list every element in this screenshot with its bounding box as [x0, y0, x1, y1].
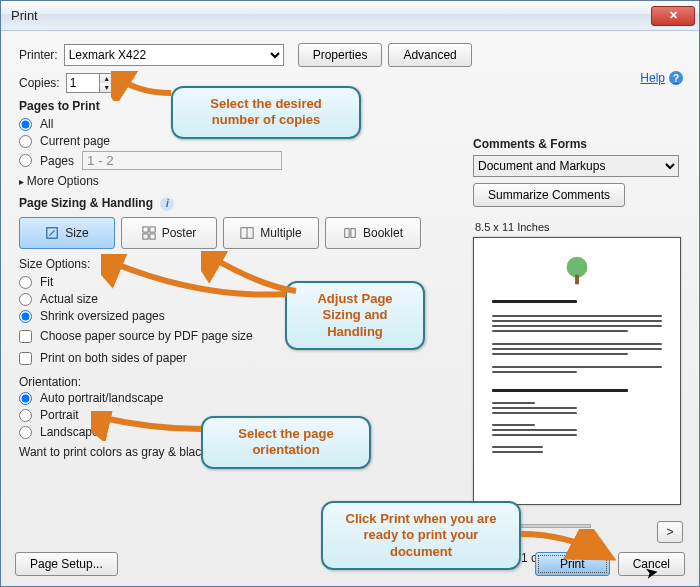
svg-rect-1: [143, 227, 148, 232]
preview-dimensions: 8.5 x 11 Inches: [475, 221, 683, 233]
printer-label: Printer:: [19, 48, 58, 62]
multiple-icon: [240, 226, 254, 240]
help-icon: ?: [669, 71, 683, 85]
properties-button[interactable]: Properties: [298, 43, 383, 67]
size-icon: [45, 226, 59, 240]
radio-fit[interactable]: [19, 276, 32, 289]
tab-size[interactable]: Size: [19, 217, 115, 249]
tab-multiple[interactable]: Multiple: [223, 217, 319, 249]
help-link[interactable]: Help ?: [640, 71, 683, 85]
callout-copies: Select the desired number of copies: [171, 86, 361, 139]
check-paper-source[interactable]: [19, 330, 32, 343]
svg-point-7: [567, 257, 588, 278]
print-preview: [473, 237, 681, 505]
printer-select[interactable]: Lexmark X422: [64, 44, 284, 66]
booklet-icon: [343, 226, 357, 240]
radio-actual[interactable]: [19, 293, 32, 306]
callout-print: Click Print when you are ready to print …: [321, 501, 521, 570]
preview-image-icon: [558, 252, 596, 290]
radio-shrink-label: Shrink oversized pages: [40, 309, 165, 323]
radio-fit-label: Fit: [40, 275, 53, 289]
tab-poster[interactable]: Poster: [121, 217, 217, 249]
window-title: Print: [11, 8, 651, 23]
close-icon: ✕: [669, 9, 678, 22]
radio-landscape-label: Landscape: [40, 425, 99, 439]
radio-portrait[interactable]: [19, 409, 32, 422]
check-paper-source-label: Choose paper source by PDF page size: [40, 329, 253, 343]
copies-input[interactable]: [66, 73, 100, 93]
gray-question: Want to print colors as gray & black?: [19, 445, 214, 459]
radio-portrait-label: Portrait: [40, 408, 79, 422]
info-icon[interactable]: i: [160, 197, 174, 211]
advanced-button[interactable]: Advanced: [388, 43, 471, 67]
radio-auto-orient[interactable]: [19, 392, 32, 405]
radio-current-label: Current page: [40, 134, 110, 148]
copies-label: Copies:: [19, 76, 60, 90]
radio-pages[interactable]: [19, 154, 32, 167]
spin-up-icon[interactable]: ▲: [100, 74, 114, 83]
svg-rect-4: [150, 234, 155, 239]
page-setup-button[interactable]: Page Setup...: [15, 552, 118, 576]
callout-sizing: Adjust Page Sizing and Handling: [285, 281, 425, 350]
svg-rect-2: [150, 227, 155, 232]
summarize-button[interactable]: Summarize Comments: [473, 183, 625, 207]
radio-auto-orient-label: Auto portrait/landscape: [40, 391, 163, 405]
radio-all[interactable]: [19, 118, 32, 131]
callout-orientation: Select the page orientation: [201, 416, 371, 469]
comments-select[interactable]: Document and Markups: [473, 155, 679, 177]
print-button[interactable]: Print: [535, 552, 610, 576]
radio-all-label: All: [40, 117, 53, 131]
pages-range-input: [82, 151, 282, 170]
radio-landscape[interactable]: [19, 426, 32, 439]
radio-actual-label: Actual size: [40, 292, 98, 306]
check-both-sides-label: Print on both sides of paper: [40, 351, 187, 365]
radio-shrink[interactable]: [19, 310, 32, 323]
copies-spinner[interactable]: ▲ ▼: [66, 73, 115, 93]
poster-icon: [142, 226, 156, 240]
help-label: Help: [640, 71, 665, 85]
comments-heading: Comments & Forms: [473, 137, 683, 151]
close-button[interactable]: ✕: [651, 6, 695, 26]
spin-down-icon[interactable]: ▼: [100, 83, 114, 92]
radio-pages-label: Pages: [40, 154, 74, 168]
svg-rect-3: [143, 234, 148, 239]
radio-current[interactable]: [19, 135, 32, 148]
preview-next-button[interactable]: >: [657, 521, 683, 543]
titlebar: Print ✕: [1, 1, 699, 31]
tab-booklet[interactable]: Booklet: [325, 217, 421, 249]
svg-rect-8: [575, 275, 579, 285]
print-dialog: Print ✕ Help ? Printer: Lexmark X422 Pro…: [0, 0, 700, 587]
check-both-sides[interactable]: [19, 352, 32, 365]
